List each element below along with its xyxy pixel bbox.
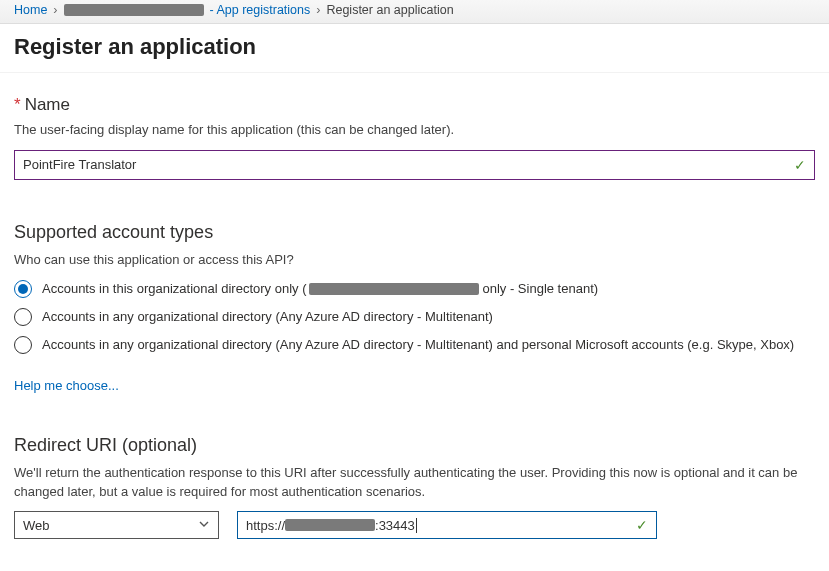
radio-label: Accounts in any organizational directory…	[42, 309, 493, 324]
radio-label: Accounts in this organizational director…	[42, 281, 598, 296]
account-types-help: Who can use this application or access t…	[14, 251, 815, 270]
redirect-uri-input[interactable]: https:// :33443 ✓	[237, 511, 657, 539]
check-icon: ✓	[786, 157, 814, 173]
radio-icon	[14, 280, 32, 298]
required-star-icon: *	[14, 95, 21, 114]
platform-select[interactable]: Web	[14, 511, 219, 539]
uri-prefix: https://	[238, 518, 285, 533]
account-types-title: Supported account types	[14, 222, 815, 243]
help-me-choose-link[interactable]: Help me choose...	[14, 378, 119, 393]
name-help: The user-facing display name for this ap…	[14, 121, 815, 140]
chevron-right-icon: ›	[53, 3, 57, 17]
platform-select-value: Web	[23, 518, 198, 533]
redirect-uri-help: We'll return the authentication response…	[14, 464, 815, 502]
redirect-uri-title: Redirect URI (optional)	[14, 435, 815, 456]
radio-icon	[14, 308, 32, 326]
breadcrumb: Home › - App registrations › Register an…	[0, 0, 829, 24]
name-input[interactable]	[15, 152, 786, 177]
check-icon: ✓	[628, 517, 656, 533]
account-type-option-multitenant-personal[interactable]: Accounts in any organizational directory…	[14, 336, 815, 354]
radio-icon	[14, 336, 32, 354]
breadcrumb-current: Register an application	[326, 3, 453, 17]
redacted-host	[285, 519, 375, 531]
breadcrumb-home[interactable]: Home	[14, 3, 47, 17]
page-title: Register an application	[14, 34, 815, 60]
uri-suffix: :33443	[375, 518, 417, 533]
account-type-option-single-tenant[interactable]: Accounts in this organizational director…	[14, 280, 815, 298]
account-type-option-multitenant[interactable]: Accounts in any organizational directory…	[14, 308, 815, 326]
chevron-right-icon: ›	[316, 3, 320, 17]
redacted-tenant-name	[309, 283, 479, 295]
radio-label: Accounts in any organizational directory…	[42, 337, 794, 352]
breadcrumb-app-registrations[interactable]: - App registrations	[210, 3, 311, 17]
chevron-down-icon	[198, 518, 210, 533]
name-input-wrap: ✓	[14, 150, 815, 180]
name-label: *Name	[14, 95, 815, 115]
breadcrumb-tenant	[64, 4, 204, 16]
